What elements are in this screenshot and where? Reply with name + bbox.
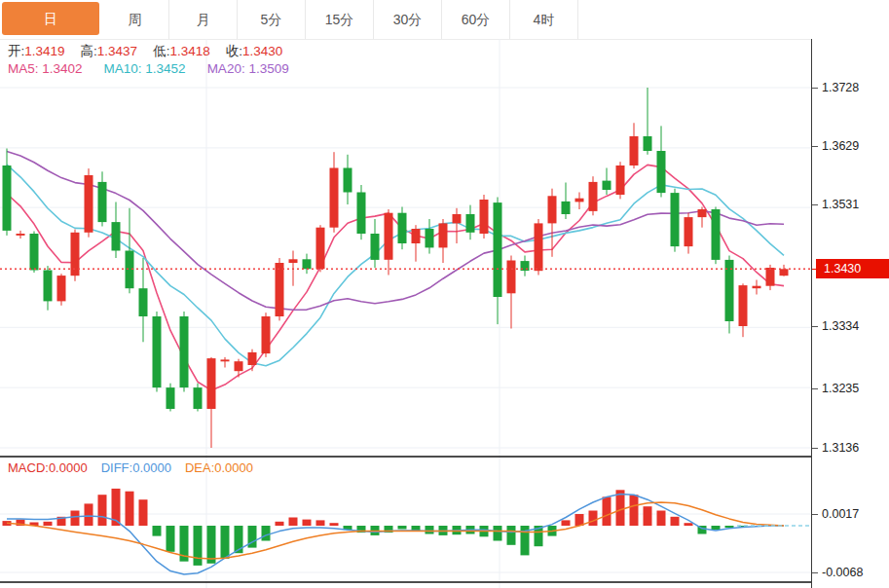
macd-bar [507,526,516,545]
candle [616,162,625,199]
price-tick-label: 1.3136 [822,440,859,456]
candle [671,189,680,252]
low-label: 低: [153,44,169,58]
dea-value: DEA:0.0000 [185,460,253,475]
candle [262,312,271,357]
tab-4hour[interactable]: 4时 [510,0,578,39]
close-label: 收: [226,44,242,58]
ma10-readout: MA10: 1.3452 [104,61,186,76]
macd-bar [221,526,230,559]
candle [562,183,571,220]
ma5-line [7,165,784,390]
candle [780,265,789,276]
candle [85,168,93,238]
macd-bar [194,526,203,566]
macd-bar [71,511,80,527]
tab-60min[interactable]: 60分 [442,0,510,39]
macd-bar [398,526,407,530]
candle [180,312,189,392]
candle [685,213,693,254]
low-value: 1.3418 [169,44,209,58]
price-tick-label: 1.3334 [822,318,859,334]
tab-30min[interactable]: 30分 [374,0,442,39]
price-tick-label: 1.3531 [822,197,859,212]
macd-readout: MACD:0.0000DIFF:0.0000DEA:0.0000 [8,460,253,475]
candle [439,219,448,263]
candle [17,231,25,239]
candle [712,207,721,265]
macd-bar [685,523,693,526]
candle [494,198,502,325]
candle [3,149,12,236]
macd-bar [630,495,639,526]
macd-bar [589,511,598,527]
macd-bar [153,526,162,536]
macd-bar [494,526,502,541]
candle [221,357,230,368]
candle [57,274,66,306]
macd-bar [603,496,611,526]
candle [153,312,162,392]
candle [126,208,134,293]
close-value: 1.3430 [242,44,282,58]
candle [248,349,257,372]
price-panel: 开:1.3419高:1.3437低:1.3418收:1.3430 MA5: 1.… [0,39,811,458]
tab-month[interactable]: 月 [169,0,238,39]
macd-bar [85,503,93,526]
candle [753,280,761,295]
open-label: 开: [8,44,24,58]
candle [98,171,107,226]
candle [385,209,393,276]
candle [466,205,475,240]
candle [330,152,339,233]
tab-15min[interactable]: 15分 [306,0,374,39]
open-value: 1.3419 [24,44,64,58]
candle [71,230,80,281]
candle [207,357,216,448]
macd-bar [139,499,148,526]
candle [630,123,639,168]
tab-week[interactable]: 周 [101,0,169,39]
candle [139,258,148,342]
main-price-chart [0,39,811,458]
candle [575,193,584,210]
tab-day[interactable]: 日 [2,2,99,35]
candle [357,185,366,239]
candle [453,208,462,243]
candle [589,176,598,215]
ma5-readout: MA5: 1.3402 [8,61,83,76]
candle [480,195,489,239]
candle [644,88,652,155]
macd-bar [44,522,53,526]
candle [371,219,380,268]
high-value: 1.3437 [97,44,137,58]
macd-bar [207,526,216,564]
macd-value: MACD:0.0000 [8,460,88,475]
candle [426,219,434,254]
price-tick-label: 1.3629 [822,138,859,154]
candle [521,256,530,276]
macd-panel: MACD:0.0000DIFF:0.0000DEA:0.0000 [0,458,811,588]
candle [507,256,516,329]
macd-bar [330,523,339,526]
candle [739,283,748,337]
ma20-readout: MA20: 1.3509 [207,61,289,76]
dea-line [7,502,784,559]
candle [303,254,312,275]
diff-line [7,495,784,575]
diff-value: DIFF:0.0000 [101,460,171,475]
ma10-line [7,165,784,366]
tab-5min[interactable]: 5分 [238,0,306,39]
last-price-flag: 1.3430 [816,259,889,278]
kline-chart-app: 日 周 月 5分 15分 30分 60分 4时 开:1.3419高:1.3437… [0,0,889,588]
macd-bar [426,526,434,534]
ohlc-readout: 开:1.3419高:1.3437低:1.3418收:1.3430 [8,43,298,60]
macd-bar [303,520,312,526]
macd-bar [712,526,721,530]
macd-tick-label: 0.0017 [822,506,859,522]
candle [235,359,243,378]
candle [657,126,666,197]
candle [603,168,611,196]
macd-bar [276,522,284,526]
ma20-line [7,152,784,311]
